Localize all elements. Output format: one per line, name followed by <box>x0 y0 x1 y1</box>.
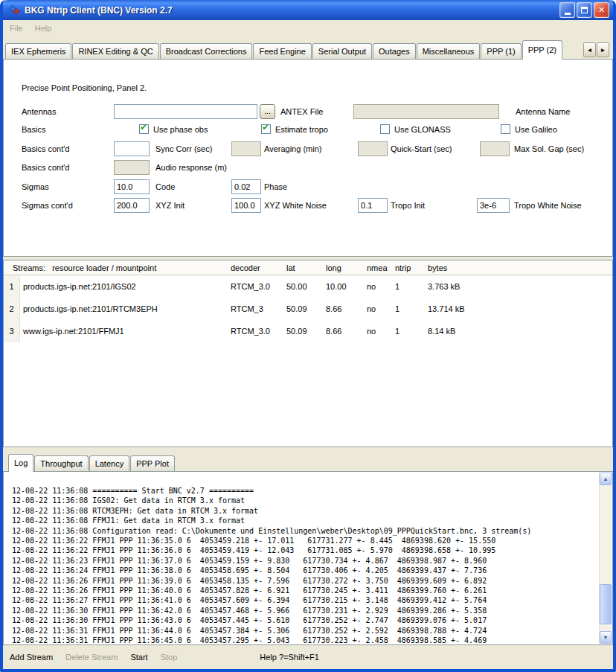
titlebar[interactable]: BKG Ntrip Client (BNC) Version 2.7 ✕ <box>3 0 613 20</box>
tab-throughput[interactable]: Throughput <box>34 455 88 471</box>
estimate-tropo-checkbox[interactable] <box>261 124 271 134</box>
maximize-button[interactable] <box>577 2 592 18</box>
tab-latency[interactable]: Latency <box>89 455 130 471</box>
use-phase-obs-checkbox[interactable] <box>139 124 149 134</box>
sigma-code-label: Code <box>155 179 175 194</box>
col-header-lat: lat <box>283 263 322 272</box>
tab-scroll-right-icon[interactable]: ► <box>597 42 609 57</box>
antennas-label: Antennas <box>22 104 56 119</box>
log-line: 12-08-22 11:36:30 FFMJ1 PPP 11:36:42.0 6… <box>12 606 596 615</box>
xyz-white-noise-input[interactable] <box>231 198 261 213</box>
tab-ppp-2[interactable]: PPP (2) <box>522 40 562 60</box>
audio-response-input <box>114 160 150 175</box>
quick-start-input <box>358 141 388 156</box>
stream-nmea: no <box>362 304 390 313</box>
use-galileo-label: Use Galileo <box>515 122 557 137</box>
tab-log[interactable]: Log <box>8 454 33 472</box>
stream-row-2[interactable]: 2 products.igs-ip.net:2101/RTCM3EPH RTCM… <box>4 298 612 320</box>
stream-lat: 50.09 <box>283 304 322 313</box>
output-tabbar: Log Throughput Latency PPP Plot <box>8 453 613 471</box>
tab-scroll-arrows: ◄ ► <box>583 42 609 57</box>
log-panel: 12-08-22 11:36:08 ========== Start BNC v… <box>3 471 613 645</box>
averaging-label: Averaging (min) <box>264 141 321 156</box>
stream-row-1[interactable]: 1 products.igs-ip.net:2101/IGS02 RTCM_3.… <box>4 275 612 298</box>
antennas-browse-button[interactable]: ... <box>260 104 275 119</box>
stream-bytes: 3.763 kB <box>423 282 612 291</box>
tab-ppp-1[interactable]: PPP (1) <box>481 43 521 59</box>
menu-help[interactable]: Help <box>35 24 52 33</box>
col-header-long: long <box>322 263 362 272</box>
stream-row-3[interactable]: 3 www.igs-ip.net:2101/FFMJ1 RTCM_3.0 50.… <box>4 320 612 342</box>
tropo-init-input[interactable] <box>358 198 388 213</box>
col-header-bytes: bytes <box>423 263 612 272</box>
stream-decoder: RTCM_3.0 <box>227 282 283 291</box>
estimate-tropo-label: Estimate tropo <box>275 122 328 137</box>
antennas-input[interactable] <box>114 104 257 119</box>
streams-header-row: Streams: resource loader / mountpoint de… <box>4 260 612 275</box>
col-header-ntrip: ntrip <box>390 263 423 272</box>
menu-file[interactable]: File <box>10 24 23 33</box>
tab-serial-output[interactable]: Serial Output <box>312 43 372 59</box>
sync-corr-input[interactable] <box>114 141 150 156</box>
xyz-init-input[interactable] <box>114 198 150 213</box>
log-line: 12-08-22 11:36:08 FFMJ1: Get data in RTC… <box>12 516 596 525</box>
log-line: 12-08-22 11:36:08 ========== Start BNC v… <box>12 486 596 496</box>
basics-contd2-label: Basics cont'd <box>22 160 69 175</box>
log-line: 12-08-22 11:36:26 FFMJ1 PPP 11:36:40.0 6… <box>12 586 596 595</box>
stream-mountpoint: www.igs-ip.net:2101/FFMJ1 <box>20 327 227 336</box>
start-button[interactable]: Start <box>130 653 147 662</box>
log-scrollbar[interactable]: ▲ ▼ <box>599 473 612 644</box>
sigma-phase-input[interactable] <box>231 179 261 194</box>
tab-outages[interactable]: Outages <box>373 43 416 59</box>
log-line: 12-08-22 11:36:08 IGS02: Get data in RTC… <box>12 496 596 505</box>
use-glonass-checkbox[interactable] <box>380 124 390 134</box>
minimize-button[interactable] <box>559 2 575 18</box>
xyz-white-noise-label: XYZ White Noise <box>264 198 327 213</box>
row-number: 2 <box>4 298 20 320</box>
scroll-up-icon[interactable]: ▲ <box>600 473 612 485</box>
tab-rinex-editing-qc[interactable]: RINEX Editing & QC <box>72 43 158 59</box>
log-line: 12-08-22 11:36:31 FFMJ1 PPP 11:36:45.0 6… <box>12 636 596 644</box>
basics-label: Basics <box>22 122 45 137</box>
use-galileo-checkbox[interactable] <box>501 124 510 134</box>
tropo-white-noise-label: Tropo White Noise <box>514 198 582 213</box>
tropo-white-noise-input[interactable] <box>477 198 510 213</box>
tab-iex-ephemeris[interactable]: IEX Ephemeris <box>5 43 71 59</box>
xyz-init-label: XYZ Init <box>155 198 185 213</box>
row-number: 1 <box>4 275 20 298</box>
tab-broadcast-corrections[interactable]: Broadcast Corrections <box>160 43 253 59</box>
tab-scroll-left-icon[interactable]: ◄ <box>583 42 596 57</box>
tab-feed-engine[interactable]: Feed Engine <box>253 43 311 59</box>
log-line: 12-08-22 11:36:08 RTCM3EPH: Get data in … <box>12 506 596 516</box>
add-stream-button[interactable]: Add Stream <box>10 653 53 662</box>
maximize-icon <box>581 7 588 13</box>
bnc-logo-icon <box>8 4 20 16</box>
tab-ppp-plot[interactable]: PPP Plot <box>130 455 175 471</box>
stream-nmea: no <box>362 282 390 291</box>
averaging-input <box>231 141 261 156</box>
sigmas-label: Sigmas <box>22 179 49 194</box>
log-line: 12-08-22 11:36:22 FFMJ1 PPP 11:36:35.0 6… <box>12 536 596 545</box>
tab-miscellaneous[interactable]: Miscellaneous <box>417 43 481 59</box>
max-sol-gap-label: Max Sol. Gap (sec) <box>514 141 584 156</box>
stream-decoder: RTCM_3.0 <box>227 327 283 336</box>
stream-ntrip: 1 <box>390 282 423 291</box>
scroll-down-icon[interactable]: ▼ <box>600 631 612 644</box>
streams-table: Streams: resource loader / mountpoint de… <box>3 260 613 447</box>
main-tabbar: IEX Ephemeris RINEX Editing & QC Broadca… <box>3 39 613 59</box>
col-header-decoder: decoder <box>227 263 283 272</box>
delete-stream-button[interactable]: Delete Stream <box>65 653 118 662</box>
row-number: 3 <box>4 320 20 342</box>
panel-caption: Precise Point Positioning, Panel 2. <box>22 80 147 95</box>
stop-button[interactable]: Stop <box>161 653 178 662</box>
col-header-nmea: nmea <box>362 263 390 272</box>
max-sol-gap-input <box>480 141 510 156</box>
stream-lat: 50.09 <box>283 327 322 336</box>
scrollbar-thumb[interactable] <box>600 584 612 624</box>
stream-long: 10.00 <box>322 282 362 291</box>
log-line: 12-08-22 11:36:23 FFMJ1 PPP 11:36:37.0 6… <box>12 556 596 566</box>
close-icon: ✕ <box>598 6 605 14</box>
close-button[interactable]: ✕ <box>594 2 609 18</box>
sigma-code-input[interactable] <box>114 179 150 194</box>
log-line: 12-08-22 11:36:08 Configuration read: C:… <box>12 526 596 536</box>
